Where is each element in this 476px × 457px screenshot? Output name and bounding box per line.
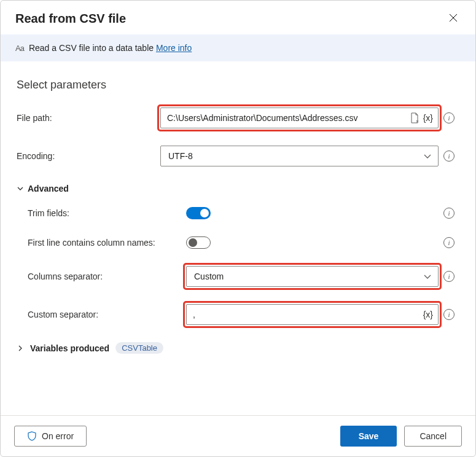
help-icon[interactable]: i [443, 208, 455, 219]
chevron-down-icon [423, 272, 432, 281]
cancel-button[interactable]: Cancel [404, 426, 462, 447]
section-title: Select parameters [17, 79, 459, 92]
dialog-footer: On error Save Cancel [1, 415, 475, 456]
advanced-label: Advanced [28, 184, 69, 193]
variable-token-icon[interactable]: {x} [423, 113, 433, 123]
row-custom-separator: Custom separator: {x} i [17, 304, 459, 325]
label-custom-sep: Custom separator: [28, 310, 186, 319]
save-button[interactable]: Save [340, 426, 397, 447]
label-encoding: Encoding: [17, 151, 160, 161]
variable-badge[interactable]: CSVTable [115, 342, 163, 354]
help-icon[interactable]: i [443, 271, 455, 282]
row-filepath: File path: {x} i [17, 107, 459, 128]
variables-label: Variables produced [30, 343, 109, 353]
encoding-select[interactable]: UTF-8 [160, 146, 439, 166]
help-icon[interactable]: i [443, 309, 455, 320]
info-text: Read a CSV file into a data table More i… [29, 43, 192, 53]
help-icon[interactable]: i [443, 237, 455, 248]
row-firstline: First line contains column names: i [17, 236, 459, 249]
more-info-link[interactable]: More info [156, 43, 192, 53]
info-bar: Aa Read a CSV file into a data table Mor… [1, 34, 475, 61]
filepath-input-box[interactable]: {x} [160, 107, 439, 128]
trim-toggle[interactable] [186, 207, 211, 219]
row-separator: Columns separator: Custom i [17, 266, 459, 287]
dialog-read-csv: Read from CSV file Aa Read a CSV file in… [0, 0, 476, 457]
row-encoding: Encoding: UTF-8 i [17, 146, 459, 166]
help-icon[interactable]: i [443, 150, 455, 162]
custom-sep-input-box[interactable]: {x} [186, 304, 439, 325]
custom-sep-input[interactable] [192, 309, 419, 320]
help-icon[interactable]: i [443, 112, 455, 123]
label-trim: Trim fields: [28, 208, 186, 218]
dialog-header: Read from CSV file [1, 1, 475, 34]
variables-produced-row[interactable]: Variables produced CSVTable [17, 342, 459, 354]
label-filepath: File path: [17, 113, 160, 123]
chevron-down-icon [17, 185, 24, 192]
variable-token-icon[interactable]: {x} [423, 310, 433, 319]
label-firstline: First line contains column names: [28, 238, 186, 248]
on-error-button[interactable]: On error [14, 426, 87, 447]
on-error-label: On error [42, 431, 74, 441]
text-icon: Aa [15, 44, 24, 53]
filepath-input[interactable] [166, 112, 406, 123]
firstline-toggle[interactable] [186, 236, 211, 249]
row-trim: Trim fields: i [17, 207, 459, 219]
file-browse-icon[interactable] [410, 112, 419, 123]
shield-icon [27, 431, 37, 441]
chevron-down-icon [423, 152, 432, 160]
advanced-toggle[interactable]: Advanced [17, 184, 459, 193]
label-separator: Columns separator: [28, 271, 186, 281]
separator-value: Custom [194, 271, 224, 281]
dialog-title: Read from CSV file [15, 12, 126, 26]
separator-select[interactable]: Custom [186, 266, 439, 287]
dialog-body: Select parameters File path: {x} i [1, 61, 475, 415]
encoding-value: UTF-8 [168, 151, 193, 161]
advanced-body: Trim fields: i First line contains colum… [17, 207, 459, 325]
chevron-right-icon [17, 345, 24, 352]
close-icon[interactable] [448, 13, 461, 25]
